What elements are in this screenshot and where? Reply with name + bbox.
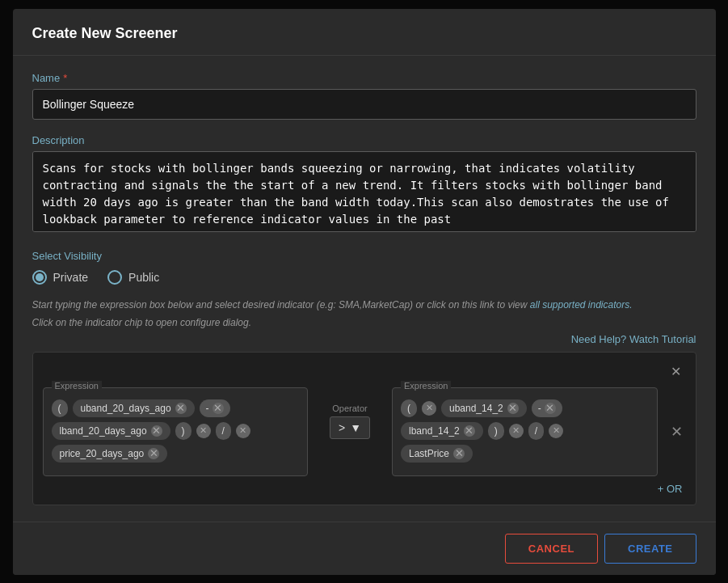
create-button[interactable]: CREATE [604,534,696,564]
expression-area: ✕ Expression ( uband_20_days_ago ✕ [32,352,696,505]
add-or-row: + OR [43,483,686,495]
operator-box: Operator > ▼ [318,387,382,439]
operator-value: > [339,421,345,434]
description-input[interactable]: Scans for stocks with bollinger bands sq… [32,151,696,232]
supported-indicators-link[interactable]: all supported indicators. [530,299,633,311]
description-field-group: Description Scans for stocks with bollin… [32,134,696,235]
add-or-button[interactable]: + OR [658,483,683,495]
visibility-label: Select Visibility [32,250,696,262]
tutorial-link[interactable]: Need Help? Watch Tutorial [32,333,696,345]
open-paren-chip-l1[interactable]: ( [52,399,68,417]
div-close-l2[interactable]: ✕ [236,424,250,438]
open-paren-chip-r1[interactable]: ( [401,399,417,417]
minus-chip-l1[interactable]: - ✕ [200,399,230,417]
right-expression-box: Expression ( ✕ uband_14_2 ✕ - [392,387,658,476]
name-field-group: Name * [32,72,696,120]
right-expression-label: Expression [401,381,451,391]
price20-close[interactable]: ✕ [148,448,159,459]
modal-title: Create New Screener [32,25,178,41]
hint-text2: Click on the indicator chip to open conf… [32,315,696,330]
radio-public-circle [107,270,122,285]
right-expr-row3: LastPrice ✕ [401,445,649,463]
left-expr-row3: price_20_days_ago ✕ [52,445,300,463]
radio-group: Private Public [32,270,696,285]
description-label: Description [32,134,696,146]
div-close-r2[interactable]: ✕ [549,424,563,438]
lastprice-chip[interactable]: LastPrice ✕ [401,445,473,463]
paren-close-r1[interactable]: ✕ [422,401,436,416]
lastprice-close[interactable]: ✕ [453,448,465,459]
radio-public-label: Public [128,271,159,284]
close-paren-chip-l2[interactable]: ) [175,422,191,440]
left-expression-label: Expression [52,381,102,391]
uband142-close[interactable]: ✕ [507,403,519,414]
right-expr-row1: ( ✕ uband_14_2 ✕ - ✕ [401,399,649,417]
hint-text: Start typing the expression box below an… [32,298,696,312]
visibility-section: Select Visibility Private Public [32,250,696,285]
modal-header: Create New Screener [13,9,716,56]
modal-footer: CANCEL CREATE [13,522,716,575]
modal-overlay: Create New Screener Name * Description S… [0,0,728,583]
required-indicator: * [63,72,67,84]
left-expr-row1: ( uband_20_days_ago ✕ - ✕ [52,399,300,417]
lband20-close[interactable]: ✕ [151,425,162,437]
radio-private-circle [32,270,47,285]
radio-private[interactable]: Private [32,270,89,285]
close-paren-chip-r2[interactable]: ) [488,422,504,440]
uband20-close[interactable]: ✕ [175,403,187,414]
right-expr-row2: lband_14_2 ✕ ) ✕ / ✕ [401,422,649,440]
div-chip-r2[interactable]: / [528,422,544,440]
minus-chip-r1[interactable]: - ✕ [532,399,562,417]
paren-close-l2[interactable]: ✕ [196,424,211,438]
name-input[interactable] [32,89,696,120]
paren-close-r2[interactable]: ✕ [509,424,524,438]
div-chip-l2[interactable]: / [216,422,231,440]
expression-close-button[interactable]: ✕ [666,362,686,381]
chevron-down-icon: ▼ [350,421,361,434]
minus-close-r1[interactable]: ✕ [545,403,556,414]
radio-private-label: Private [53,271,89,284]
uband142-chip[interactable]: uband_14_2 ✕ [441,399,527,417]
name-label: Name * [32,72,696,84]
modal-container: Create New Screener Name * Description S… [13,9,716,575]
expression-close-row: ✕ [43,362,686,381]
modal-body: Name * Description Scans for stocks with… [13,56,716,522]
lband20-chip[interactable]: lband_20_days_ago ✕ [52,422,170,440]
lband142-close[interactable]: ✕ [464,425,475,437]
minus-close-l1[interactable]: ✕ [213,403,224,414]
operator-select[interactable]: > ▼ [330,416,370,439]
remove-row-button[interactable]: ✕ [667,420,686,444]
radio-public[interactable]: Public [107,270,159,285]
cancel-button[interactable]: CANCEL [505,534,598,564]
left-expression-box: Expression ( uband_20_days_ago ✕ - [43,387,309,476]
price20-chip[interactable]: price_20_days_ago ✕ [52,445,168,463]
uband20-chip[interactable]: uband_20_days_ago ✕ [73,399,195,417]
left-expr-row2: lband_20_days_ago ✕ ) ✕ / ✕ [52,422,300,440]
expression-row: Expression ( uband_20_days_ago ✕ - [43,387,686,476]
lband142-chip[interactable]: lband_14_2 ✕ [401,422,483,440]
operator-label: Operator [332,403,367,413]
